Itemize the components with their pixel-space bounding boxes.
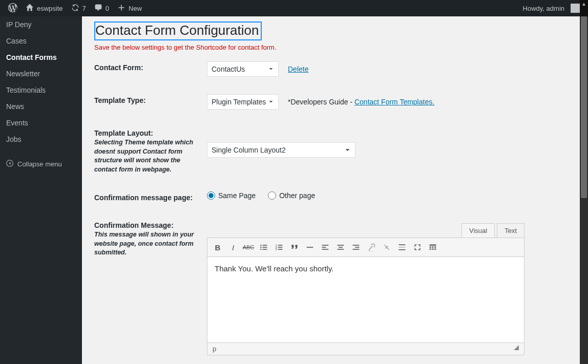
svg-rect-17 xyxy=(338,245,344,246)
svg-rect-21 xyxy=(355,247,359,248)
svg-rect-8 xyxy=(278,245,283,246)
dev-guide-link[interactable]: Contact Form Templates. xyxy=(354,98,434,106)
hint-confirmation-message: This message will shown in your website … xyxy=(94,230,199,258)
row-contact-form: Contact Form: ContactUs Delete xyxy=(94,61,568,77)
new-label: New xyxy=(129,5,142,12)
label-template-layout: Template Layout: xyxy=(94,129,199,137)
site-name-link[interactable]: eswpsite xyxy=(22,0,67,16)
select-template-type[interactable]: Plugin Templates xyxy=(207,94,279,110)
row-template-layout: Template Layout: Selecting Theme templat… xyxy=(94,127,568,174)
svg-rect-24 xyxy=(399,247,406,248)
editor-tab-row: Visual Text xyxy=(207,223,524,238)
sidebar-item-jobs[interactable]: Jobs xyxy=(0,131,82,147)
link-button[interactable] xyxy=(364,240,379,254)
svg-rect-15 xyxy=(322,247,326,248)
blockquote-button[interactable] xyxy=(287,240,302,254)
select-contact-form[interactable]: ContactUs xyxy=(207,61,279,77)
comments-link[interactable]: 0 xyxy=(90,0,113,16)
bold-button[interactable]: B xyxy=(211,240,225,254)
label-confirmation-page: Confirmation message page: xyxy=(94,194,199,202)
select-template-layout[interactable]: Single Column Layout2 xyxy=(207,142,355,158)
svg-text:3: 3 xyxy=(276,248,277,251)
vertical-scrollbar[interactable] xyxy=(580,16,588,364)
svg-rect-22 xyxy=(353,249,360,250)
wp-logo[interactable] xyxy=(4,0,22,16)
svg-rect-29 xyxy=(434,246,436,247)
editor-tab-text[interactable]: Text xyxy=(497,223,524,238)
updates-link[interactable]: 7 xyxy=(67,0,90,16)
admin-toolbar: eswpsite 7 0 New Howdy, admin xyxy=(0,0,588,16)
radio-other-page[interactable]: Other page xyxy=(268,191,315,200)
collapse-label: Collapse menu xyxy=(17,160,62,168)
label-contact-form: Contact Form: xyxy=(94,63,199,72)
new-content-link[interactable]: New xyxy=(113,0,146,16)
svg-rect-28 xyxy=(432,246,433,247)
read-more-button[interactable] xyxy=(395,240,409,254)
svg-rect-31 xyxy=(432,248,433,249)
scrollbar-thumb[interactable] xyxy=(581,16,587,198)
my-account-link[interactable]: Howdy, admin xyxy=(519,0,584,16)
editor-path: p xyxy=(213,345,216,353)
delete-link[interactable]: Delete xyxy=(288,65,308,73)
svg-rect-18 xyxy=(339,247,343,248)
scroll-arrow-up[interactable]: ▲ xyxy=(580,0,588,16)
align-left-button[interactable] xyxy=(318,240,332,254)
home-icon xyxy=(26,4,34,13)
svg-rect-19 xyxy=(338,249,344,250)
label-confirmation-message: Confirmation Message: xyxy=(94,221,199,229)
svg-point-3 xyxy=(260,247,261,248)
toolbar-toggle-button[interactable] xyxy=(426,240,440,254)
wysiwyg-editor: Visual Text B I ABC 123 xyxy=(207,223,524,355)
svg-point-5 xyxy=(260,249,261,250)
editor-content[interactable]: Thank You. We'll reach you shortly. xyxy=(207,257,524,343)
svg-rect-25 xyxy=(399,249,406,250)
bullet-list-button[interactable] xyxy=(257,240,271,254)
comments-count: 0 xyxy=(106,5,109,12)
svg-rect-14 xyxy=(322,245,329,246)
radio-same-page[interactable]: Same Page xyxy=(207,191,256,200)
plus-icon xyxy=(117,4,125,13)
sidebar-item-cases[interactable]: Cases xyxy=(0,33,82,49)
sidebar-item-testimonials[interactable]: Testimonials xyxy=(0,82,82,98)
strikethrough-button[interactable]: ABC xyxy=(241,240,256,254)
admin-menu: IP DenyCasesContact FormsNewsletterTesti… xyxy=(0,16,82,147)
site-name-text: eswpsite xyxy=(37,5,63,12)
row-confirmation-page: Confirmation message page: Same Page Oth… xyxy=(94,191,568,202)
avatar xyxy=(571,4,580,13)
editor-toolbar: B I ABC 123 xyxy=(207,238,524,257)
svg-rect-16 xyxy=(322,249,329,250)
align-center-button[interactable] xyxy=(333,240,348,254)
sidebar-item-contact-forms[interactable]: Contact Forms xyxy=(0,49,82,66)
wordpress-icon xyxy=(8,3,17,14)
main-content: Contact Form Configuration Save the belo… xyxy=(82,16,580,364)
sidebar-item-events[interactable]: Events xyxy=(0,115,82,131)
italic-button[interactable]: I xyxy=(226,240,240,254)
dev-guide-note: *Developers Guide - Contact Form Templat… xyxy=(288,98,434,106)
svg-rect-23 xyxy=(399,244,406,245)
radio-group-confirmation: Same Page Other page xyxy=(207,191,315,200)
numbered-list-button[interactable]: 123 xyxy=(272,240,286,254)
svg-rect-6 xyxy=(263,249,267,250)
admin-sidebar: IP DenyCasesContact FormsNewsletterTesti… xyxy=(0,16,82,364)
warning-text: Save the below settings to get the Short… xyxy=(94,44,568,51)
svg-rect-13 xyxy=(307,247,313,248)
fullscreen-button[interactable] xyxy=(410,240,425,254)
unlink-button[interactable] xyxy=(380,240,394,254)
svg-rect-10 xyxy=(278,247,283,248)
radio-same-page-input[interactable] xyxy=(207,191,215,200)
collapse-menu-button[interactable]: Collapse menu xyxy=(0,156,82,173)
sidebar-item-ip-deny[interactable]: IP Deny xyxy=(0,16,82,33)
label-template-type: Template Type: xyxy=(94,96,199,104)
svg-rect-27 xyxy=(430,246,431,247)
svg-rect-2 xyxy=(263,245,267,246)
sidebar-item-newsletter[interactable]: Newsletter xyxy=(0,66,82,82)
sidebar-item-news[interactable]: News xyxy=(0,98,82,115)
svg-rect-26 xyxy=(430,244,436,245)
radio-other-page-input[interactable] xyxy=(268,191,276,200)
row-confirmation-message: Confirmation Message: This message will … xyxy=(94,219,568,355)
resize-grip-icon[interactable] xyxy=(514,345,519,350)
hr-button[interactable] xyxy=(303,240,317,254)
align-right-button[interactable] xyxy=(349,240,363,254)
howdy-text: Howdy, admin xyxy=(523,5,564,12)
editor-tab-visual[interactable]: Visual xyxy=(461,223,495,238)
